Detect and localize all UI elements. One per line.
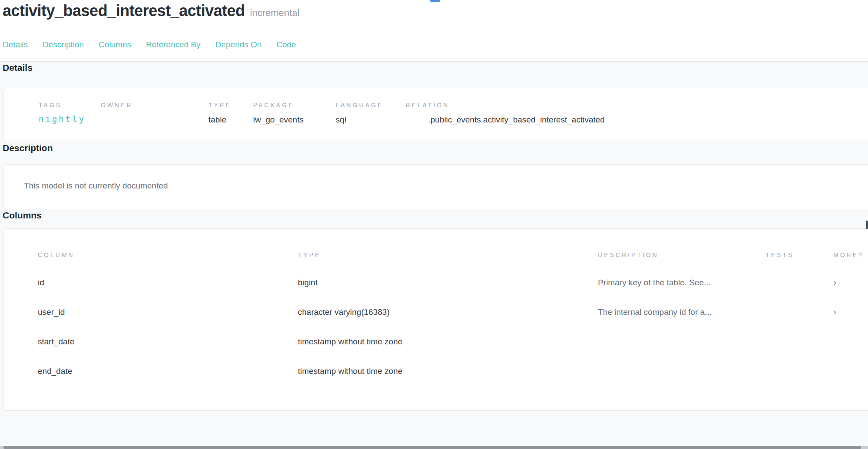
section-heading-details: Details (3, 62, 868, 74)
nav-tab-details[interactable]: Details (3, 40, 28, 50)
description-text: This model is not currently documented (24, 180, 868, 191)
cell-description: Primary key of the table. See... (598, 278, 766, 287)
chevron-right-icon[interactable]: › (820, 307, 868, 317)
clipped-blue-link-icon (430, 0, 440, 2)
cell-description: The internal company id for a... (598, 307, 766, 317)
cell-type: bigint (298, 278, 598, 287)
nav-tab-columns[interactable]: Columns (99, 40, 131, 50)
detail-field-package: PACKAGE lw_go_events (253, 101, 336, 142)
tag-link-nightly[interactable]: nightly (39, 113, 101, 125)
detail-field-tags: TAGS nightly (39, 101, 101, 142)
nav-tab-code[interactable]: Code (276, 40, 296, 50)
description-card: This model is not currently documented (3, 164, 868, 209)
nav-tab-description[interactable]: Description (43, 40, 84, 50)
col-header-tests: TESTS (766, 251, 820, 258)
horizontal-scrollbar-thumb[interactable] (3, 446, 861, 449)
detail-label-tags: TAGS (39, 101, 101, 109)
col-header-type: TYPE (298, 251, 598, 258)
details-card: TAGS nightly OWNER TYPE table PACKAGE lw… (3, 88, 868, 142)
detail-value-language: sql (336, 114, 406, 125)
chevron-right-icon[interactable]: › (820, 278, 868, 287)
page-title: activity_based_interest_activated (3, 2, 245, 20)
main-content: Details TAGS nightly OWNER TYPE table PA… (0, 62, 868, 411)
detail-label-owner: OWNER (101, 101, 208, 109)
col-header-column: COLUMN (4, 251, 298, 258)
detail-field-relation: RELATION .public_events.activity_based_i… (406, 101, 868, 142)
detail-label-type: TYPE (208, 101, 253, 109)
detail-value-relation: .public_events.activity_based_interest_a… (406, 114, 868, 125)
columns-table-header: COLUMN TYPE DESCRIPTION TESTS MORE? (4, 242, 868, 268)
materialization-badge: incremental (250, 7, 300, 18)
detail-label-package: PACKAGE (253, 101, 336, 109)
detail-value-package: lw_go_events (253, 114, 336, 125)
cell-type: timestamp without time zone (298, 366, 598, 376)
table-row[interactable]: user_id character varying(16383) The int… (4, 297, 868, 327)
nav-tab-depends-on[interactable]: Depends On (215, 40, 262, 50)
cell-column-name: end_date (4, 366, 298, 376)
detail-label-relation: RELATION (406, 101, 868, 109)
right-edge-notch (866, 221, 868, 229)
col-header-more: MORE? (820, 251, 868, 258)
section-heading-columns: Columns (3, 209, 868, 221)
col-header-description: DESCRIPTION (598, 251, 766, 258)
page-header: activity_based_interest_activatedincreme… (0, 0, 868, 62)
detail-field-language: LANGUAGE sql (336, 101, 406, 142)
title-row: activity_based_interest_activatedincreme… (3, 0, 868, 24)
cell-column-name: id (4, 278, 298, 287)
cell-type: timestamp without time zone (298, 337, 598, 347)
cell-column-name: start_date (4, 337, 298, 347)
section-nav: Details Description Columns Referenced B… (3, 40, 868, 50)
table-row[interactable]: id bigint Primary key of the table. See.… (4, 268, 868, 297)
cell-column-name: user_id (4, 307, 298, 317)
detail-field-owner: OWNER (101, 101, 208, 142)
detail-value-type: table (208, 114, 253, 125)
section-heading-description: Description (3, 142, 868, 154)
columns-card: COLUMN TYPE DESCRIPTION TESTS MORE? id b… (3, 228, 868, 411)
table-row[interactable]: end_date timestamp without time zone (4, 357, 868, 386)
detail-label-language: LANGUAGE (336, 101, 406, 109)
table-row[interactable]: start_date timestamp without time zone (4, 327, 868, 357)
cell-type: character varying(16383) (298, 307, 598, 317)
nav-tab-referenced-by[interactable]: Referenced By (146, 40, 201, 50)
detail-field-type: TYPE table (208, 101, 253, 142)
